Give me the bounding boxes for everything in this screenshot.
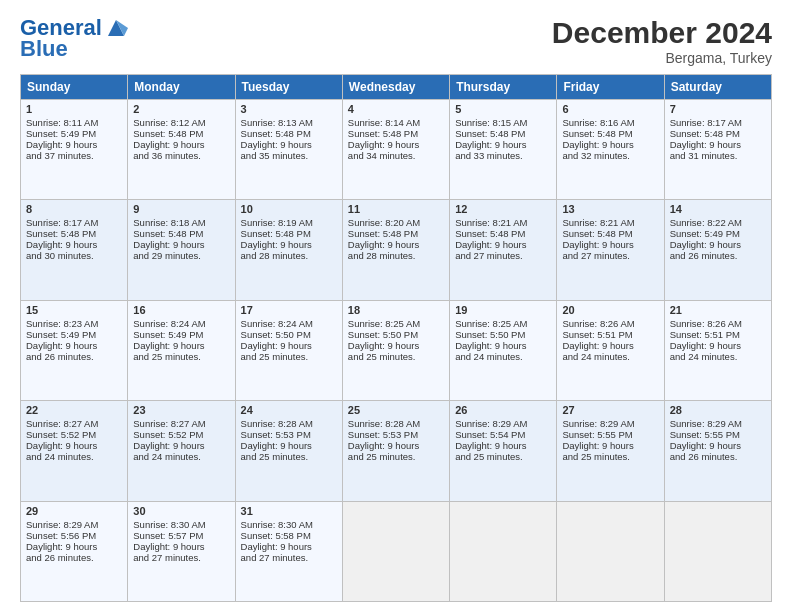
day-info-line: Daylight: 9 hours (133, 440, 229, 451)
day-info-line: Sunrise: 8:13 AM (241, 117, 337, 128)
day-info-line: Sunset: 5:50 PM (455, 329, 551, 340)
day-info-line: Sunset: 5:49 PM (26, 128, 122, 139)
day-info-line: and 26 minutes. (26, 552, 122, 563)
calendar-cell: 13Sunrise: 8:21 AMSunset: 5:48 PMDayligh… (557, 200, 664, 300)
day-info-line: Sunrise: 8:30 AM (133, 519, 229, 530)
day-info-line: Sunset: 5:48 PM (670, 128, 766, 139)
calendar-cell: 15Sunrise: 8:23 AMSunset: 5:49 PMDayligh… (21, 300, 128, 400)
day-info-line: Sunset: 5:48 PM (133, 228, 229, 239)
day-info-line: Daylight: 9 hours (455, 239, 551, 250)
day-info-line: Sunset: 5:50 PM (348, 329, 444, 340)
logo: General Blue (20, 16, 128, 62)
calendar-week-2: 8Sunrise: 8:17 AMSunset: 5:48 PMDaylight… (21, 200, 772, 300)
weekday-header-saturday: Saturday (664, 75, 771, 100)
calendar-cell: 27Sunrise: 8:29 AMSunset: 5:55 PMDayligh… (557, 401, 664, 501)
calendar-week-5: 29Sunrise: 8:29 AMSunset: 5:56 PMDayligh… (21, 501, 772, 601)
day-info-line: Sunset: 5:51 PM (670, 329, 766, 340)
day-info-line: and 37 minutes. (26, 150, 122, 161)
day-number: 3 (241, 103, 337, 115)
calendar-cell: 18Sunrise: 8:25 AMSunset: 5:50 PMDayligh… (342, 300, 449, 400)
weekday-header-monday: Monday (128, 75, 235, 100)
calendar-cell: 3Sunrise: 8:13 AMSunset: 5:48 PMDaylight… (235, 100, 342, 200)
day-info-line: Daylight: 9 hours (241, 541, 337, 552)
day-info-line: Sunset: 5:49 PM (670, 228, 766, 239)
day-info-line: Sunrise: 8:17 AM (26, 217, 122, 228)
day-number: 22 (26, 404, 122, 416)
day-info-line: Daylight: 9 hours (133, 239, 229, 250)
day-info-line: Sunrise: 8:14 AM (348, 117, 444, 128)
day-info-line: Daylight: 9 hours (26, 340, 122, 351)
day-info-line: Daylight: 9 hours (562, 139, 658, 150)
day-info-line: Daylight: 9 hours (562, 440, 658, 451)
day-info-line: Daylight: 9 hours (455, 340, 551, 351)
day-info-line: Sunrise: 8:29 AM (562, 418, 658, 429)
calendar-cell: 22Sunrise: 8:27 AMSunset: 5:52 PMDayligh… (21, 401, 128, 501)
day-info-line: Sunset: 5:48 PM (241, 228, 337, 239)
calendar-cell: 12Sunrise: 8:21 AMSunset: 5:48 PMDayligh… (450, 200, 557, 300)
day-info-line: Sunrise: 8:28 AM (348, 418, 444, 429)
day-number: 15 (26, 304, 122, 316)
day-info-line: and 27 minutes. (241, 552, 337, 563)
day-info-line: Sunrise: 8:27 AM (26, 418, 122, 429)
day-info-line: and 25 minutes. (241, 451, 337, 462)
calendar-cell: 30Sunrise: 8:30 AMSunset: 5:57 PMDayligh… (128, 501, 235, 601)
day-info-line: and 30 minutes. (26, 250, 122, 261)
day-info-line: Sunrise: 8:11 AM (26, 117, 122, 128)
weekday-header-row: SundayMondayTuesdayWednesdayThursdayFrid… (21, 75, 772, 100)
day-info-line: and 25 minutes. (241, 351, 337, 362)
day-info-line: Daylight: 9 hours (26, 440, 122, 451)
calendar-cell: 16Sunrise: 8:24 AMSunset: 5:49 PMDayligh… (128, 300, 235, 400)
day-info-line: and 27 minutes. (133, 552, 229, 563)
calendar-cell: 9Sunrise: 8:18 AMSunset: 5:48 PMDaylight… (128, 200, 235, 300)
day-number: 1 (26, 103, 122, 115)
calendar-page: General Blue December 2024 Bergama, Turk… (0, 0, 792, 612)
calendar-cell: 7Sunrise: 8:17 AMSunset: 5:48 PMDaylight… (664, 100, 771, 200)
day-info-line: Daylight: 9 hours (670, 239, 766, 250)
day-number: 26 (455, 404, 551, 416)
calendar-cell: 1Sunrise: 8:11 AMSunset: 5:49 PMDaylight… (21, 100, 128, 200)
day-info-line: and 31 minutes. (670, 150, 766, 161)
day-info-line: Sunset: 5:48 PM (562, 228, 658, 239)
weekday-header-tuesday: Tuesday (235, 75, 342, 100)
day-info-line: and 25 minutes. (455, 451, 551, 462)
day-info-line: Sunset: 5:53 PM (241, 429, 337, 440)
calendar-cell (664, 501, 771, 601)
day-number: 27 (562, 404, 658, 416)
day-number: 28 (670, 404, 766, 416)
calendar-cell: 2Sunrise: 8:12 AMSunset: 5:48 PMDaylight… (128, 100, 235, 200)
day-info-line: and 24 minutes. (455, 351, 551, 362)
day-info-line: and 26 minutes. (670, 250, 766, 261)
calendar-cell: 20Sunrise: 8:26 AMSunset: 5:51 PMDayligh… (557, 300, 664, 400)
day-number: 18 (348, 304, 444, 316)
day-number: 30 (133, 505, 229, 517)
calendar-cell: 21Sunrise: 8:26 AMSunset: 5:51 PMDayligh… (664, 300, 771, 400)
calendar-cell: 31Sunrise: 8:30 AMSunset: 5:58 PMDayligh… (235, 501, 342, 601)
day-info-line: Sunrise: 8:16 AM (562, 117, 658, 128)
day-info-line: Sunset: 5:48 PM (455, 128, 551, 139)
calendar-cell: 4Sunrise: 8:14 AMSunset: 5:48 PMDaylight… (342, 100, 449, 200)
day-info-line: Sunset: 5:48 PM (26, 228, 122, 239)
day-info-line: Sunset: 5:49 PM (26, 329, 122, 340)
day-number: 13 (562, 203, 658, 215)
day-info-line: Sunset: 5:48 PM (348, 228, 444, 239)
calendar-week-3: 15Sunrise: 8:23 AMSunset: 5:49 PMDayligh… (21, 300, 772, 400)
day-info-line: Sunset: 5:48 PM (455, 228, 551, 239)
day-info-line: and 26 minutes. (670, 451, 766, 462)
day-info-line: Sunrise: 8:27 AM (133, 418, 229, 429)
day-info-line: Daylight: 9 hours (133, 541, 229, 552)
day-number: 2 (133, 103, 229, 115)
day-info-line: Daylight: 9 hours (562, 340, 658, 351)
day-number: 5 (455, 103, 551, 115)
day-info-line: and 25 minutes. (562, 451, 658, 462)
day-info-line: Sunrise: 8:17 AM (670, 117, 766, 128)
day-info-line: Daylight: 9 hours (348, 340, 444, 351)
day-info-line: Daylight: 9 hours (562, 239, 658, 250)
day-number: 21 (670, 304, 766, 316)
day-info-line: Sunrise: 8:29 AM (670, 418, 766, 429)
day-info-line: Sunset: 5:57 PM (133, 530, 229, 541)
day-number: 20 (562, 304, 658, 316)
day-info-line: Daylight: 9 hours (26, 239, 122, 250)
day-number: 23 (133, 404, 229, 416)
day-info-line: Sunrise: 8:21 AM (455, 217, 551, 228)
day-info-line: Sunrise: 8:24 AM (241, 318, 337, 329)
